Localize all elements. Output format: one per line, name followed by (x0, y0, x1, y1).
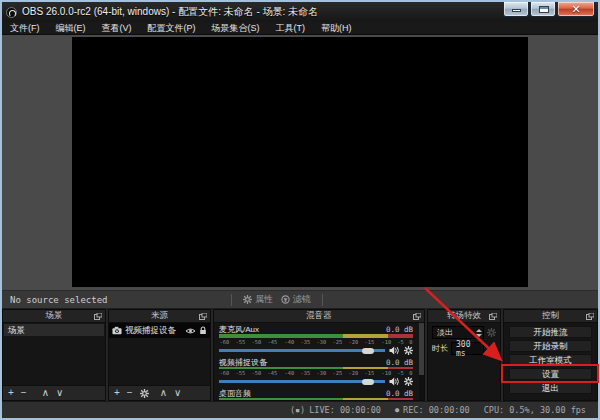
live-time: LIVE: 00:00:00 (309, 405, 381, 415)
rec-dot-icon: ● (395, 406, 399, 414)
transition-properties-gear-icon[interactable] (487, 328, 496, 337)
volume-slider-handle[interactable] (362, 379, 374, 385)
preview-area (2, 35, 598, 290)
close-icon: ✕ (558, 2, 594, 16)
scenes-panel: 场景 场景 + − ∧ ∨ (2, 309, 106, 401)
source-down-button[interactable]: ∨ (174, 388, 181, 398)
sources-toolbar: + − ∧ ∨ (109, 385, 210, 400)
title-bar[interactable]: OBS 26.0.0-rc2 (64-bit, windows) - 配置文件:… (2, 2, 598, 22)
scene-down-button[interactable]: ∨ (56, 388, 63, 398)
scene-up-button[interactable]: ∧ (42, 388, 49, 398)
obs-logo-icon (6, 7, 17, 18)
preview-canvas[interactable] (72, 37, 528, 287)
menu-edit[interactable]: 编辑(E) (48, 22, 94, 35)
duration-value: 300 ms (452, 340, 483, 358)
transitions-panel-header[interactable]: 转场特效 (428, 310, 500, 323)
sources-panel-header[interactable]: 来源 (109, 310, 210, 323)
source-properties-gear-icon[interactable] (140, 389, 149, 398)
remove-source-button[interactable]: − (127, 388, 133, 398)
sources-panel-title: 来源 (151, 310, 168, 322)
source-selection-status: No source selected (10, 295, 108, 305)
mixer-channel-capture: 视频捕捉设备 0.0 dB -60-55-50-45-40-35-30-25-2… (219, 358, 419, 387)
status-bar: (▪) LIVE: 00:00:00 ● REC: 00:00:00 CPU: … (2, 401, 598, 418)
controls-panel-title: 控制 (542, 310, 559, 322)
source-toolbar: No source selected 属性 滤镜 (2, 290, 598, 309)
maximize-button[interactable] (530, 2, 556, 17)
minimize-button[interactable] (503, 2, 529, 17)
duration-label: 时长 (432, 343, 448, 354)
mixer-channel-mic: 麦克风/Aux 0.0 dB -60-55-50-45-40-35-30-25-… (219, 325, 419, 356)
transition-selected-value: 淡出 (433, 327, 474, 338)
sources-list: 视频捕捉设备 (109, 323, 210, 385)
volume-slider-handle[interactable] (362, 348, 374, 354)
camera-icon (112, 326, 122, 335)
add-scene-button[interactable]: + (8, 388, 14, 398)
filters-icon (281, 295, 290, 304)
close-button[interactable]: ✕ (557, 2, 595, 17)
popout-icon[interactable] (94, 313, 102, 320)
minimize-icon (512, 9, 521, 12)
mixer-panel-title: 混音器 (306, 310, 332, 322)
toolbar-separator (322, 294, 323, 306)
transition-select[interactable]: 淡出 (432, 326, 484, 339)
source-name: 视频捕捉设备 (125, 325, 176, 337)
start-recording-button[interactable]: 开始录制 (509, 340, 592, 352)
menu-profile[interactable]: 配置文件(P) (140, 22, 204, 35)
volume-slider[interactable] (219, 345, 385, 356)
channel-volume-db: 0.0 dB (386, 325, 413, 334)
mixer-scrollbar[interactable] (419, 323, 424, 400)
transitions-panel-title: 转场特效 (447, 310, 481, 322)
start-streaming-button[interactable]: 开始推流 (509, 326, 592, 338)
studio-mode-button[interactable]: 工作室模式 (509, 354, 592, 366)
transitions-body: 淡出 时长 300 ms (428, 323, 500, 400)
popout-icon[interactable] (199, 313, 207, 320)
filters-button[interactable]: 滤镜 (277, 293, 315, 306)
popout-icon[interactable] (413, 313, 421, 320)
mixer-panel-header[interactable]: 混音器 (214, 310, 424, 323)
popout-icon[interactable] (586, 313, 594, 320)
mixer-body: 麦克风/Aux 0.0 dB -60-55-50-45-40-35-30-25-… (214, 323, 424, 400)
properties-button[interactable]: 属性 (239, 293, 277, 306)
dock-area: 场景 场景 + − ∧ ∨ 来源 (2, 309, 598, 401)
visibility-eye-icon[interactable] (185, 327, 196, 335)
popout-icon[interactable] (489, 313, 497, 320)
maximize-icon (539, 6, 549, 13)
menu-scene-collection[interactable]: 场景集合(S) (204, 22, 268, 35)
speaker-icon[interactable] (389, 346, 400, 355)
filters-label: 滤镜 (293, 293, 311, 306)
volume-slider[interactable] (219, 376, 385, 387)
settings-button[interactable]: 设置 (509, 368, 592, 380)
menu-file[interactable]: 文件(F) (2, 22, 48, 35)
sources-panel: 来源 视频捕捉设备 (108, 309, 211, 401)
scenes-panel-title: 场景 (46, 310, 63, 322)
controls-body: 开始推流 开始录制 工作室模式 设置 退出 (504, 323, 597, 400)
scene-list-item[interactable]: 场景 (4, 324, 104, 336)
menu-help[interactable]: 帮助(H) (313, 22, 360, 35)
lock-icon[interactable] (199, 326, 207, 335)
duration-stepper[interactable] (487, 345, 496, 353)
controls-panel: 控制 开始推流 开始录制 工作室模式 设置 退出 (503, 309, 598, 401)
transitions-panel: 转场特效 淡出 时长 300 (427, 309, 501, 401)
remove-scene-button[interactable]: − (21, 388, 27, 398)
source-list-item[interactable]: 视频捕捉设备 (109, 323, 210, 338)
speaker-icon[interactable] (389, 377, 400, 386)
channel-gear-icon[interactable] (404, 377, 413, 386)
scenes-toolbar: + − ∧ ∨ (3, 385, 105, 400)
gear-icon (243, 295, 252, 304)
mixer-channel-desktop: 桌面音频 0.0 dB (219, 389, 419, 400)
exit-button[interactable]: 退出 (509, 382, 592, 394)
toolbar-separator (231, 294, 232, 306)
menu-tools[interactable]: 工具(T) (268, 22, 314, 35)
channel-gear-icon[interactable] (404, 346, 413, 355)
source-up-button[interactable]: ∧ (160, 388, 167, 398)
mixer-panel: 混音器 麦克风/Aux 0.0 dB -60-55-50-45-40-35-30… (213, 309, 425, 401)
scenes-list: 场景 (3, 323, 105, 385)
controls-panel-header[interactable]: 控制 (504, 310, 597, 323)
obs-window: OBS 26.0.0-rc2 (64-bit, windows) - 配置文件:… (0, 0, 600, 420)
menu-view[interactable]: 查看(V) (94, 22, 140, 35)
scenes-panel-header[interactable]: 场景 (3, 310, 105, 323)
add-source-button[interactable]: + (114, 388, 120, 398)
rec-time: REC: 00:00:00 (403, 405, 470, 415)
volume-meter (219, 398, 413, 400)
duration-spinbox[interactable]: 300 ms (451, 342, 484, 355)
